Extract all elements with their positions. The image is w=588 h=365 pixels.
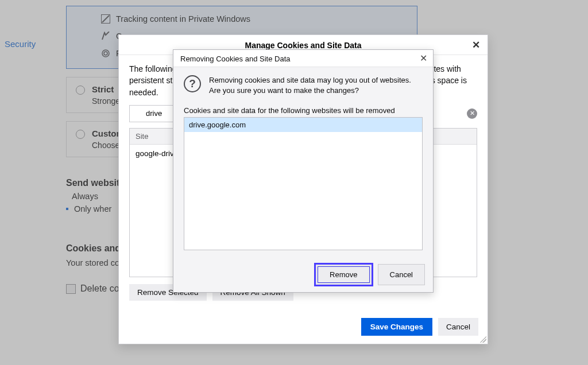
- list-item[interactable]: drive.google.com: [184, 118, 422, 132]
- question-icon: ?: [184, 75, 201, 92]
- remove-list[interactable]: drive.google.com: [184, 117, 423, 250]
- cancel-button[interactable]: Cancel: [378, 264, 425, 285]
- save-changes-button[interactable]: Save Changes: [361, 318, 432, 336]
- dialog-title: Removing Cookies and Site Data ✕: [173, 50, 433, 67]
- remove-button[interactable]: Remove: [318, 266, 369, 283]
- sub-label: Cookies and site data for the following …: [184, 106, 423, 115]
- warning-text: Removing cookies and site data may log y…: [209, 75, 423, 96]
- resize-handle[interactable]: [479, 336, 486, 343]
- close-icon[interactable]: ✕: [469, 38, 483, 52]
- cancel-button[interactable]: Cancel: [438, 318, 478, 336]
- remove-confirm-dialog: Removing Cookies and Site Data ✕ ? Remov…: [173, 49, 434, 293]
- close-icon[interactable]: ✕: [417, 52, 430, 65]
- clear-search-icon[interactable]: ✕: [467, 108, 477, 119]
